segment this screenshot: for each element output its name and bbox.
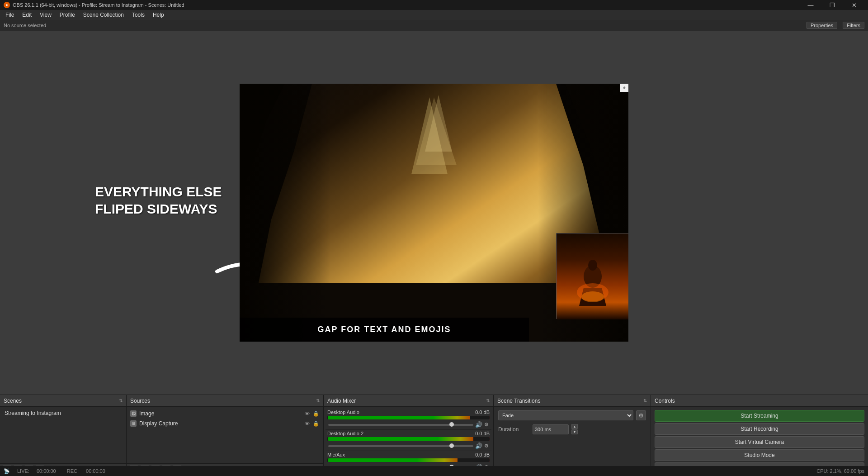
desktop-audio2-options-button[interactable]: ⚙ bbox=[484, 443, 489, 449]
mic-audio-header: Mic/Aux 0.0 dB bbox=[327, 452, 490, 457]
window-title: OBS 26.1.1 (64-bit, windows) - Profile: … bbox=[13, 2, 184, 8]
network-icon: 📡 bbox=[4, 468, 10, 474]
audio-channel-desktop: Desktop Audio 0.0 dB 🔊 ⚙ bbox=[326, 409, 491, 430]
desktop-audio-slider[interactable] bbox=[328, 424, 473, 426]
desktop-audio-thumb bbox=[449, 422, 454, 427]
sources-panel: Sources ⇅ 🖼 Image 👁 🔒 🖥 Display Capture … bbox=[127, 395, 324, 476]
live-time: 00:00:00 bbox=[37, 468, 56, 474]
transition-settings-button[interactable]: ⚙ bbox=[636, 410, 646, 420]
filters-button[interactable]: Filters bbox=[843, 22, 864, 29]
minimize-button[interactable]: — bbox=[800, 0, 821, 10]
duration-input[interactable] bbox=[533, 424, 569, 434]
desktop-audio-options-button[interactable]: ⚙ bbox=[484, 422, 489, 428]
desktop-audio-meter bbox=[327, 416, 490, 419]
source-display-eye-button[interactable]: 👁 bbox=[303, 420, 311, 427]
desktop-audio-mute-button[interactable]: 🔊 bbox=[475, 421, 482, 428]
cpu-info: CPU: 2.1%, 60.00 fps bbox=[816, 468, 864, 474]
duration-up-button[interactable]: ▲ bbox=[571, 424, 578, 429]
studio-mode-button[interactable]: Studio Mode bbox=[655, 449, 864, 461]
status-bar: No source selected Properties Filters bbox=[0, 20, 868, 31]
properties-button[interactable]: Properties bbox=[807, 22, 837, 29]
audio-mixer-panel: Audio Mixer ⇅ Desktop Audio 0.0 dB bbox=[324, 395, 494, 476]
image-source-icon: 🖼 bbox=[130, 410, 137, 417]
main-preview-area: EVERYTHING ELSE FLIPED SIDEWAYS bbox=[0, 31, 868, 395]
transition-type-row: Fade Cut Swipe Slide ⚙ bbox=[495, 409, 649, 422]
menu-item-edit[interactable]: Edit bbox=[19, 11, 35, 19]
svg-rect-11 bbox=[240, 84, 330, 342]
desktop-audio2-mute-button[interactable]: 🔊 bbox=[475, 443, 482, 449]
menu-item-profile[interactable]: Profile bbox=[56, 11, 79, 19]
scene-transitions-panel: Scene Transitions ⇅ Fade Cut Swipe Slide… bbox=[494, 395, 651, 476]
desktop-audio2-header: Desktop Audio 2 0.0 dB bbox=[327, 431, 490, 436]
preview-text-line2: FLIPED SIDEWAYS bbox=[95, 200, 222, 218]
preview-text-line1: EVERYTHING ELSE bbox=[95, 183, 222, 200]
mic-audio-db: 0.0 dB bbox=[475, 452, 490, 457]
title-bar: ● OBS 26.1.1 (64-bit, windows) - Profile… bbox=[0, 0, 868, 10]
menu-bar: FileEditViewProfileScene CollectionTools… bbox=[0, 10, 868, 20]
mic-audio-label: Mic/Aux bbox=[327, 452, 345, 457]
source-image-controls: 👁 🔒 bbox=[303, 410, 320, 417]
preview-canvas[interactable]: GAP FOR TEXT AND EMOJIS bbox=[240, 84, 628, 342]
menu-item-file[interactable]: File bbox=[2, 11, 18, 19]
menu-item-scene-collection[interactable]: Scene Collection bbox=[80, 11, 127, 19]
scenes-panel-header: Scenes ⇅ bbox=[0, 395, 126, 407]
desktop-audio-controls: 🔊 ⚙ bbox=[327, 421, 490, 428]
start-recording-button[interactable]: Start Recording bbox=[655, 423, 864, 435]
controls-title: Controls bbox=[655, 398, 675, 404]
sources-collapse-icon[interactable]: ⇅ bbox=[316, 398, 320, 403]
desktop-audio2-thumb bbox=[449, 443, 454, 448]
svg-point-15 bbox=[588, 260, 597, 271]
desktop-audio-label: Desktop Audio bbox=[327, 409, 359, 415]
audio-title: Audio Mixer bbox=[327, 398, 356, 404]
transitions-collapse-icon[interactable]: ⇅ bbox=[643, 398, 647, 403]
desktop-audio2-label: Desktop Audio 2 bbox=[327, 431, 363, 436]
start-virtual-camera-button[interactable]: Start Virtual Camera bbox=[655, 436, 864, 448]
duration-spinners: ▲ ▼ bbox=[571, 424, 578, 434]
transitions-panel-header: Scene Transitions ⇅ bbox=[494, 395, 651, 407]
source-name-image: Image bbox=[139, 410, 154, 417]
preview-corner-marker: ⊕ bbox=[620, 84, 628, 92]
source-display-lock-button[interactable]: 🔒 bbox=[312, 420, 320, 427]
scene-item-streaming[interactable]: Streaming to Instagram bbox=[2, 409, 124, 418]
sources-list: 🖼 Image 👁 🔒 🖥 Display Capture 👁 🔒 bbox=[127, 407, 323, 463]
preview-outside-text: EVERYTHING ELSE FLIPED SIDEWAYS bbox=[95, 183, 222, 217]
scenes-collapse-icon[interactable]: ⇅ bbox=[119, 398, 123, 403]
transition-type-select[interactable]: Fade Cut Swipe Slide bbox=[498, 410, 633, 420]
close-button[interactable]: ✕ bbox=[844, 0, 864, 10]
live-label: LIVE: bbox=[17, 468, 29, 474]
source-name-display: Display Capture bbox=[139, 420, 178, 427]
menu-item-view[interactable]: View bbox=[36, 11, 55, 19]
app-icon: ● bbox=[4, 2, 10, 8]
audio-channel-desktop2: Desktop Audio 2 0.0 dB 🔊 ⚙ bbox=[326, 430, 491, 451]
window-controls[interactable]: — ❐ ✕ bbox=[800, 0, 864, 10]
rec-label: REC: bbox=[67, 468, 79, 474]
source-item-image[interactable]: 🖼 Image 👁 🔒 bbox=[128, 409, 321, 419]
preview-wrapper: EVERYTHING ELSE FLIPED SIDEWAYS bbox=[240, 84, 628, 342]
duration-label: Duration bbox=[498, 426, 530, 433]
menu-item-help[interactable]: Help bbox=[149, 11, 168, 19]
rec-time: 00:00:00 bbox=[86, 468, 105, 474]
source-image-lock-button[interactable]: 🔒 bbox=[312, 410, 320, 417]
transitions-title: Scene Transitions bbox=[497, 398, 540, 404]
audio-collapse-icon[interactable]: ⇅ bbox=[486, 398, 490, 403]
footer-status-bar: 📡 LIVE: 00:00:00 REC: 00:00:00 CPU: 2.1%… bbox=[0, 466, 868, 476]
source-item-display[interactable]: 🖥 Display Capture 👁 🔒 bbox=[128, 419, 321, 428]
title-bar-left: ● OBS 26.1.1 (64-bit, windows) - Profile… bbox=[4, 2, 184, 8]
maximize-button[interactable]: ❐ bbox=[822, 0, 843, 10]
no-source-label: No source selected bbox=[4, 23, 46, 28]
desktop-audio2-slider[interactable] bbox=[328, 445, 473, 447]
preview-thumbnail-corner bbox=[556, 233, 628, 319]
source-display-controls: 👁 🔒 bbox=[303, 420, 320, 427]
scenes-panel: Scenes ⇅ Streaming to Instagram + − ↑ ↓ bbox=[0, 395, 127, 476]
controls-panel-header: Controls bbox=[651, 395, 868, 407]
duration-down-button[interactable]: ▼ bbox=[571, 429, 578, 434]
controls-panel: Controls Start Streaming Start Recording… bbox=[651, 395, 868, 476]
start-streaming-button[interactable]: Start Streaming bbox=[655, 410, 864, 422]
desktop-audio-db: 0.0 dB bbox=[475, 409, 490, 415]
scenes-title: Scenes bbox=[4, 398, 22, 404]
svg-point-18 bbox=[581, 291, 604, 302]
menu-item-tools[interactable]: Tools bbox=[128, 11, 148, 19]
mic-audio-meter bbox=[327, 458, 490, 462]
source-image-eye-button[interactable]: 👁 bbox=[303, 410, 311, 417]
desktop-audio-header: Desktop Audio 0.0 dB bbox=[327, 409, 490, 415]
